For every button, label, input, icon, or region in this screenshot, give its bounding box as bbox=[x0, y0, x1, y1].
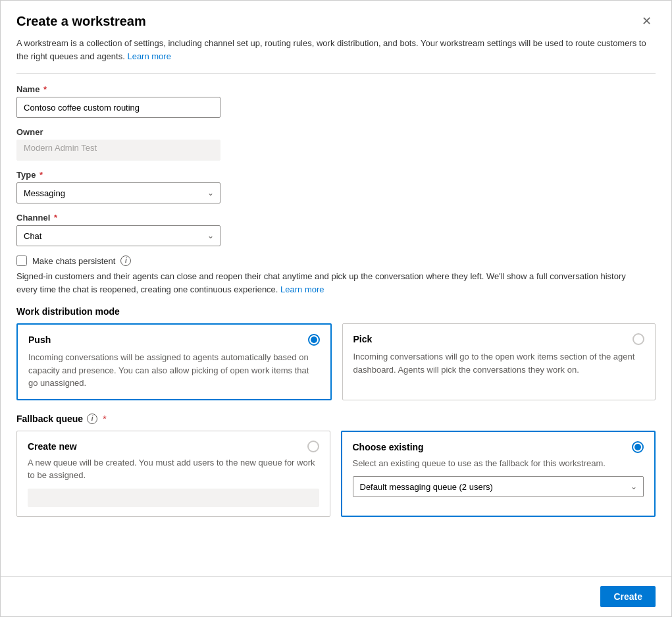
fallback-queue-info-icon: i bbox=[87, 414, 97, 424]
owner-value: Modern Admin Test bbox=[16, 140, 220, 161]
fallback-queue-cards: Create new A new queue will be created. … bbox=[16, 431, 656, 517]
work-distribution-cards: Push Incoming conversations will be assi… bbox=[16, 323, 656, 400]
queue-select[interactable]: Default messaging queue (2 users) bbox=[353, 476, 644, 497]
choose-existing-card-description: Select an existing queue to use as the f… bbox=[353, 457, 644, 470]
queue-dropdown-wrapper: Default messaging queue (2 users) ⌄ bbox=[353, 476, 644, 497]
channel-select[interactable]: Chat Email SMS Social Voice bbox=[16, 225, 220, 246]
name-field-group: Name * bbox=[16, 84, 656, 118]
type-label: Type * bbox=[16, 170, 656, 180]
name-label: Name * bbox=[16, 84, 656, 94]
description-learn-more-link[interactable]: Learn more bbox=[127, 51, 170, 61]
push-card[interactable]: Push Incoming conversations will be assi… bbox=[16, 323, 332, 400]
type-select[interactable]: Messaging Voice Chat bbox=[16, 182, 220, 203]
pick-card-header: Pick bbox=[353, 333, 645, 345]
make-chats-persistent-checkbox[interactable] bbox=[16, 255, 27, 266]
push-card-header: Push bbox=[28, 334, 320, 346]
make-chats-persistent-label: Make chats persistent bbox=[32, 256, 115, 266]
pick-card-description: Incoming conversations will go to the op… bbox=[353, 350, 645, 376]
choose-existing-card[interactable]: Choose existing Select an existing queue… bbox=[341, 431, 656, 517]
push-card-description: Incoming conversations will be assigned … bbox=[28, 351, 320, 390]
make-chats-persistent-row: Make chats persistent i bbox=[16, 255, 656, 266]
dialog-header: Create a workstream ✕ bbox=[16, 14, 656, 29]
channel-select-wrapper: Chat Email SMS Social Voice ⌄ bbox=[16, 225, 220, 246]
name-input[interactable] bbox=[16, 97, 220, 118]
dialog-footer: Create bbox=[1, 576, 671, 616]
create-new-card-title: Create new bbox=[28, 441, 77, 452]
persistent-description: Signed-in customers and their agents can… bbox=[16, 270, 648, 296]
create-new-card-description: A new queue will be created. You must ad… bbox=[28, 456, 319, 482]
choose-existing-card-title: Choose existing bbox=[353, 442, 424, 452]
pick-radio-button[interactable] bbox=[633, 333, 644, 345]
create-workstream-dialog: Create a workstream ✕ A workstream is a … bbox=[0, 0, 672, 617]
create-new-input bbox=[28, 489, 319, 507]
owner-field-group: Owner Modern Admin Test bbox=[16, 127, 656, 161]
make-chats-persistent-info-icon: i bbox=[120, 255, 131, 266]
create-new-card[interactable]: Create new A new queue will be created. … bbox=[16, 431, 330, 517]
close-button[interactable]: ✕ bbox=[638, 14, 656, 28]
choose-existing-card-header: Choose existing bbox=[353, 441, 644, 453]
dialog-description: A workstream is a collection of settings… bbox=[16, 37, 656, 63]
push-card-title: Push bbox=[28, 335, 51, 345]
persistent-learn-more-link[interactable]: Learn more bbox=[280, 284, 324, 294]
pick-card-title: Pick bbox=[353, 334, 373, 344]
create-new-card-header: Create new bbox=[28, 441, 319, 452]
work-distribution-title: Work distribution mode bbox=[16, 306, 656, 317]
dialog-title: Create a workstream bbox=[16, 14, 146, 29]
channel-field-group: Channel * Chat Email SMS Social Voice ⌄ bbox=[16, 213, 656, 246]
choose-existing-radio-button[interactable] bbox=[632, 441, 644, 453]
type-field-group: Type * Messaging Voice Chat ⌄ bbox=[16, 170, 656, 203]
create-button[interactable]: Create bbox=[600, 586, 656, 607]
fallback-queue-title: Fallback queue bbox=[16, 414, 83, 424]
owner-label: Owner bbox=[16, 127, 656, 137]
channel-label: Channel * bbox=[16, 213, 656, 223]
type-select-wrapper: Messaging Voice Chat ⌄ bbox=[16, 182, 220, 203]
fallback-queue-title-row: Fallback queue i * bbox=[16, 414, 656, 424]
header-divider bbox=[16, 73, 656, 74]
pick-card[interactable]: Pick Incoming conversations will go to t… bbox=[342, 323, 656, 400]
push-radio-button[interactable] bbox=[308, 334, 320, 346]
create-new-radio-button[interactable] bbox=[307, 441, 319, 452]
